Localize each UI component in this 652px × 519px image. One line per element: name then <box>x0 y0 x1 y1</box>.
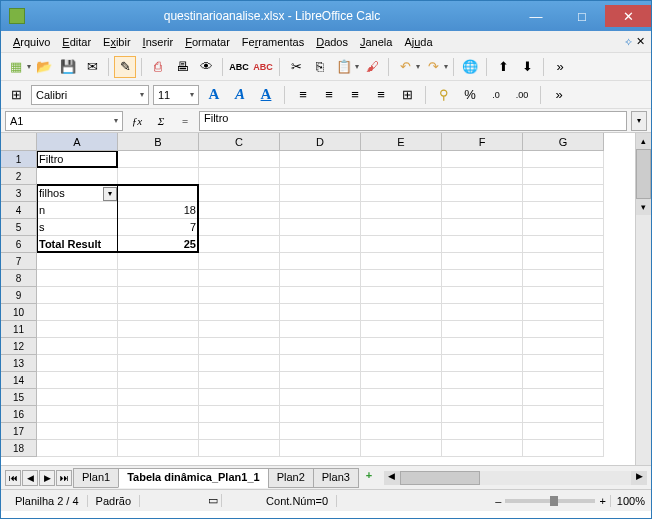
cell[interactable] <box>280 355 361 372</box>
cell-b4[interactable]: 18 <box>118 202 199 219</box>
cell[interactable] <box>37 406 118 423</box>
cell[interactable] <box>361 168 442 185</box>
cell[interactable] <box>199 372 280 389</box>
open-icon[interactable]: 📂 <box>33 56 55 78</box>
row-header[interactable]: 11 <box>1 321 37 338</box>
format-paint-icon[interactable]: 🖌 <box>361 56 383 78</box>
sort-desc-icon[interactable]: ⬇ <box>516 56 538 78</box>
paste-dropdown-icon[interactable]: ▾ <box>355 62 359 71</box>
cell[interactable] <box>118 389 199 406</box>
zoom-value[interactable]: 100% <box>610 495 645 507</box>
menu-ajuda[interactable]: Ajuda <box>398 34 438 50</box>
row-header[interactable]: 4 <box>1 202 37 219</box>
cell[interactable] <box>442 372 523 389</box>
cell[interactable] <box>523 151 604 168</box>
undo-dropdown-icon[interactable]: ▾ <box>416 62 420 71</box>
cell[interactable] <box>361 287 442 304</box>
styles-icon[interactable]: ⊞ <box>5 84 27 106</box>
cell-a4[interactable]: n <box>37 202 118 219</box>
overflow-icon[interactable]: » <box>549 56 571 78</box>
cell[interactable] <box>280 236 361 253</box>
menu-dados[interactable]: Dados <box>310 34 354 50</box>
font-size-combo[interactable]: 11▾ <box>153 85 199 105</box>
cell[interactable] <box>361 253 442 270</box>
cell[interactable] <box>199 287 280 304</box>
spellcheck-abc-icon[interactable]: ABC <box>228 56 250 78</box>
print-icon[interactable]: 🖶 <box>171 56 193 78</box>
cell[interactable] <box>118 338 199 355</box>
row-header[interactable]: 16 <box>1 406 37 423</box>
cell[interactable] <box>199 219 280 236</box>
cell[interactable] <box>361 270 442 287</box>
align-left-icon[interactable]: ≡ <box>292 84 314 106</box>
cell[interactable] <box>37 423 118 440</box>
cell[interactable] <box>442 389 523 406</box>
cell[interactable] <box>118 321 199 338</box>
currency-icon[interactable]: ⚲ <box>433 84 455 106</box>
cell[interactable] <box>523 253 604 270</box>
close-button[interactable]: ✕ <box>605 5 651 27</box>
cell[interactable] <box>442 202 523 219</box>
cell[interactable] <box>361 321 442 338</box>
cell[interactable] <box>199 321 280 338</box>
cell[interactable] <box>280 406 361 423</box>
cell[interactable] <box>361 202 442 219</box>
cell[interactable] <box>118 423 199 440</box>
cell[interactable] <box>37 338 118 355</box>
scroll-left-icon[interactable]: ◀ <box>384 471 400 485</box>
add-decimal-icon[interactable]: .0 <box>485 84 507 106</box>
add-sheet-icon[interactable]: + <box>360 469 378 487</box>
row-header[interactable]: 1 <box>1 151 37 168</box>
formula-input[interactable]: Filtro <box>199 111 627 131</box>
menu-formatar[interactable]: Formatar <box>179 34 236 50</box>
cell[interactable] <box>442 287 523 304</box>
cell[interactable] <box>361 151 442 168</box>
col-header-a[interactable]: A <box>37 133 118 151</box>
cell[interactable] <box>442 355 523 372</box>
autospell-icon[interactable]: ABC <box>252 56 274 78</box>
row-header[interactable]: 12 <box>1 338 37 355</box>
cell-a1[interactable]: Filtro <box>37 151 118 168</box>
cell-a5[interactable]: s <box>37 219 118 236</box>
cell[interactable] <box>199 168 280 185</box>
function-eq-icon[interactable]: = <box>175 111 195 131</box>
cell[interactable] <box>199 304 280 321</box>
undo-icon[interactable]: ↶ <box>394 56 416 78</box>
cell[interactable] <box>523 389 604 406</box>
row-header[interactable]: 18 <box>1 440 37 457</box>
cell[interactable] <box>37 253 118 270</box>
cell[interactable] <box>523 372 604 389</box>
row-header[interactable]: 10 <box>1 304 37 321</box>
cell[interactable] <box>442 304 523 321</box>
tab-next-icon[interactable]: ▶ <box>39 470 55 486</box>
zoom-control[interactable]: – + 100% <box>495 495 645 507</box>
doc-close-icon[interactable]: ⟡ <box>625 35 632 48</box>
cell[interactable] <box>280 321 361 338</box>
cell[interactable] <box>523 287 604 304</box>
cell[interactable] <box>118 287 199 304</box>
cell[interactable] <box>37 372 118 389</box>
sort-asc-icon[interactable]: ⬆ <box>492 56 514 78</box>
menu-exibir[interactable]: Exibir <box>97 34 137 50</box>
cell[interactable] <box>280 270 361 287</box>
name-box[interactable]: A1▾ <box>5 111 123 131</box>
cell[interactable] <box>442 423 523 440</box>
remove-decimal-icon[interactable]: .00 <box>511 84 533 106</box>
zoom-slider[interactable] <box>505 499 595 503</box>
cell[interactable] <box>361 372 442 389</box>
row-header[interactable]: 15 <box>1 389 37 406</box>
cell[interactable] <box>199 151 280 168</box>
scroll-thumb[interactable] <box>636 149 651 199</box>
email-icon[interactable]: ✉ <box>81 56 103 78</box>
cell[interactable] <box>523 338 604 355</box>
col-header-g[interactable]: G <box>523 133 604 151</box>
edit-icon[interactable]: ✎ <box>114 56 136 78</box>
row-header[interactable]: 5 <box>1 219 37 236</box>
sheet-tab-plan1[interactable]: Plan1 <box>73 468 119 488</box>
cell[interactable] <box>442 168 523 185</box>
tab-prev-icon[interactable]: ◀ <box>22 470 38 486</box>
cell[interactable] <box>523 270 604 287</box>
cell[interactable] <box>442 440 523 457</box>
cell[interactable] <box>199 355 280 372</box>
cell[interactable] <box>442 236 523 253</box>
